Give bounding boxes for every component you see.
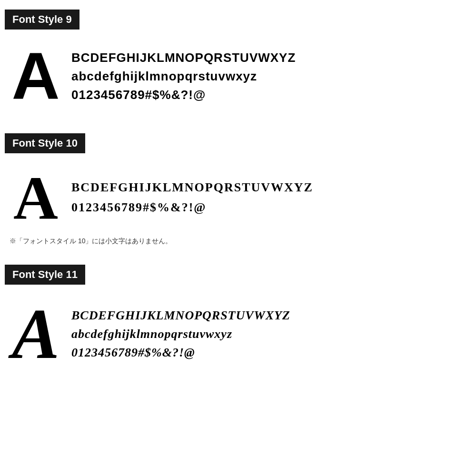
font-style-9-title: Font Style 9 bbox=[5, 10, 79, 30]
font-style-11-title: Font Style 11 bbox=[5, 265, 85, 285]
font-style-9-line-1: BCDEFGHIJKLMNOPQRSTUVWXYZ bbox=[71, 49, 296, 67]
font-style-11-chars: BCDEFGHIJKLMNOPQRSTUVWXYZ abcdefghijklmn… bbox=[71, 306, 290, 362]
font-style-11-line-2: abcdefghijklmnopqrstuvwxyz bbox=[71, 325, 290, 343]
font-style-11-line-1: BCDEFGHIJKLMNOPQRSTUVWXYZ bbox=[71, 306, 290, 325]
font-style-10-title: Font Style 10 bbox=[5, 133, 85, 153]
page-container: Font Style 9 A BCDEFGHIJKLMNOPQRSTUVWXYZ… bbox=[0, 0, 476, 476]
font-style-9-demo: A BCDEFGHIJKLMNOPQRSTUVWXYZ abcdefghijkl… bbox=[5, 38, 471, 119]
font-style-9-section: Font Style 9 A BCDEFGHIJKLMNOPQRSTUVWXYZ… bbox=[5, 10, 471, 119]
font-style-10-note: ※「フォントスタイル 10」には小文字はありません。 bbox=[5, 233, 471, 250]
font-style-10-line-1: BCDEFGHIJKLMNOPQRSTUVWXYZ bbox=[71, 178, 313, 198]
font-style-10-chars: BCDEFGHIJKLMNOPQRSTUVWXYZ 0123456789#$%&… bbox=[71, 178, 313, 217]
font-style-10-big-letter: A bbox=[10, 167, 62, 228]
font-style-9-line-3: 0123456789#$%&?!@ bbox=[71, 86, 296, 104]
font-style-10-section: Font Style 10 A BCDEFGHIJKLMNOPQRSTUVWXY… bbox=[5, 133, 471, 250]
font-style-9-chars: BCDEFGHIJKLMNOPQRSTUVWXYZ abcdefghijklmn… bbox=[71, 49, 296, 104]
font-style-10-demo: A BCDEFGHIJKLMNOPQRSTUVWXYZ 0123456789#$… bbox=[5, 162, 471, 233]
font-style-11-demo: A BCDEFGHIJKLMNOPQRSTUVWXYZ abcdefghijkl… bbox=[5, 293, 471, 379]
font-style-11-section: Font Style 11 A BCDEFGHIJKLMNOPQRSTUVWXY… bbox=[5, 265, 471, 379]
font-style-9-big-letter: A bbox=[10, 43, 62, 109]
font-style-10-line-2: 0123456789#$%&?!@ bbox=[71, 198, 313, 218]
font-style-11-big-letter: A bbox=[10, 298, 62, 369]
font-style-11-line-3: 0123456789#$%&?!@ bbox=[71, 343, 290, 362]
font-style-9-line-2: abcdefghijklmnopqrstuvwxyz bbox=[71, 67, 296, 86]
